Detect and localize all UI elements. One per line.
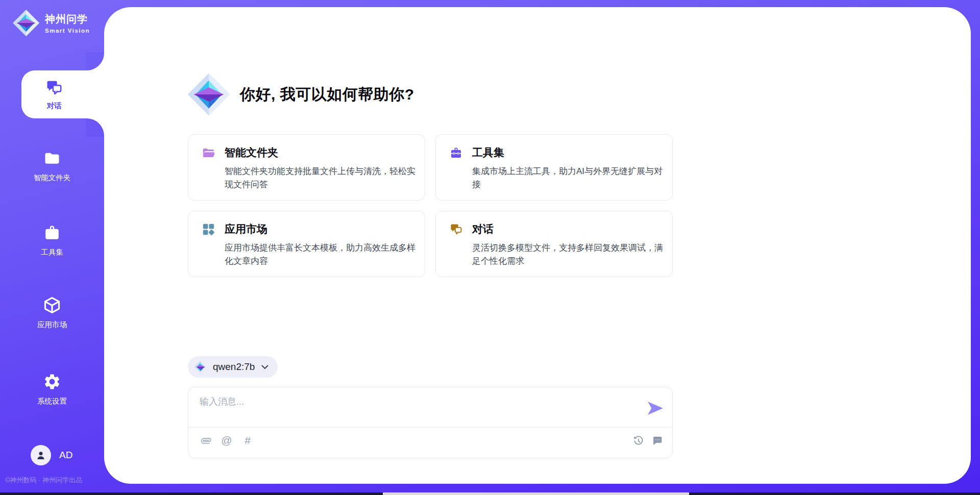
card-title: 应用市场 bbox=[225, 222, 267, 236]
user-name: AD bbox=[59, 450, 72, 461]
mention-icon[interactable]: @ bbox=[220, 434, 233, 447]
brand-diamond-icon bbox=[187, 72, 231, 116]
card-title: 智能文件夹 bbox=[225, 145, 278, 160]
feature-card-app-market[interactable]: 应用市场 应用市场提供丰富长文本模板，助力高效生成多样化文章内容 bbox=[188, 211, 425, 277]
message-composer: @ # bbox=[188, 387, 673, 458]
tab-fillet-bottom bbox=[86, 118, 104, 137]
card-description: 灵活切换多模型文件，支持多样回复效果调试，满足个性化需求 bbox=[472, 241, 666, 268]
bottom-edge-segment bbox=[383, 492, 689, 495]
feature-card-smart-folder[interactable]: 智能文件夹 智能文件夹功能支持批量文件上传与清洗，轻松实现文件问答 bbox=[188, 134, 425, 201]
chat-bubbles-icon bbox=[45, 79, 63, 97]
composer-divider bbox=[188, 427, 672, 428]
bottom-edge-strip bbox=[0, 492, 980, 495]
model-selector[interactable]: qwen2:7b bbox=[188, 356, 278, 378]
sidebar-item-app-market[interactable]: 应用市场 bbox=[0, 296, 104, 330]
message-input[interactable] bbox=[200, 395, 633, 425]
sidebar-item-label: 对话 bbox=[47, 101, 62, 111]
folder-open-icon bbox=[202, 146, 215, 160]
app-grid-icon bbox=[202, 222, 215, 236]
hashtag-icon[interactable]: # bbox=[241, 434, 254, 447]
toolbox-icon bbox=[43, 224, 61, 242]
sidebar-footer: ©神州数码 · 神州问学出品 bbox=[5, 476, 82, 485]
brand-subtitle: Smart Vision bbox=[45, 28, 90, 34]
feedback-icon[interactable] bbox=[651, 434, 663, 447]
model-name: qwen2:7b bbox=[213, 361, 255, 373]
brand-diamond-icon bbox=[12, 9, 40, 37]
feature-cards: 智能文件夹 智能文件夹功能支持批量文件上传与清洗，轻松实现文件问答 工具集 集成… bbox=[188, 134, 673, 277]
card-description: 智能文件夹功能支持批量文件上传与清洗，轻松实现文件问答 bbox=[225, 165, 419, 191]
brand: 神州问学 Smart Vision bbox=[12, 9, 90, 37]
user-avatar-icon bbox=[31, 445, 51, 465]
card-description: 集成市场上主流工具，助力AI与外界无缝扩展与对接 bbox=[472, 165, 666, 191]
sidebar-item-label: 智能文件夹 bbox=[34, 173, 71, 183]
sidebar-item-label: 工具集 bbox=[41, 247, 63, 257]
sidebar: 神州问学 Smart Vision 对话 智能文件夹 工具集 应用市场 系统设置 bbox=[0, 0, 104, 495]
folder-icon bbox=[43, 149, 61, 167]
feature-card-toolset[interactable]: 工具集 集成市场上主流工具，助力AI与外界无缝扩展与对接 bbox=[435, 134, 673, 201]
gear-icon bbox=[43, 373, 61, 391]
chevron-down-icon bbox=[261, 365, 268, 369]
send-icon[interactable] bbox=[647, 401, 664, 416]
greeting-text: 你好, 我可以如何帮助你? bbox=[240, 84, 414, 105]
sidebar-item-settings[interactable]: 系统设置 bbox=[0, 373, 104, 406]
greeting: 你好, 我可以如何帮助你? bbox=[187, 72, 414, 116]
brand-name: 神州问学 bbox=[45, 12, 90, 26]
chat-bubbles-icon bbox=[449, 222, 463, 236]
sidebar-item-toolset[interactable]: 工具集 bbox=[0, 224, 104, 257]
sidebar-item-label: 应用市场 bbox=[37, 320, 67, 330]
card-title: 对话 bbox=[472, 222, 494, 236]
feature-card-chat[interactable]: 对话 灵活切换多模型文件，支持多样回复效果调试，满足个性化需求 bbox=[435, 211, 673, 277]
toolbox-icon bbox=[449, 146, 463, 160]
history-icon[interactable] bbox=[632, 434, 644, 447]
sidebar-item-label: 系统设置 bbox=[37, 397, 67, 406]
tab-fillet-top bbox=[86, 52, 104, 70]
cube-icon bbox=[43, 296, 61, 314]
card-description: 应用市场提供丰富长文本模板，助力高效生成多样化文章内容 bbox=[225, 241, 419, 268]
model-diamond-icon bbox=[194, 360, 207, 374]
attach-icon[interactable] bbox=[200, 434, 212, 447]
sidebar-item-chat[interactable]: 对话 bbox=[21, 70, 106, 118]
sidebar-item-smart-folder[interactable]: 智能文件夹 bbox=[0, 149, 104, 183]
card-title: 工具集 bbox=[472, 145, 504, 160]
user-profile[interactable]: AD bbox=[31, 445, 72, 465]
